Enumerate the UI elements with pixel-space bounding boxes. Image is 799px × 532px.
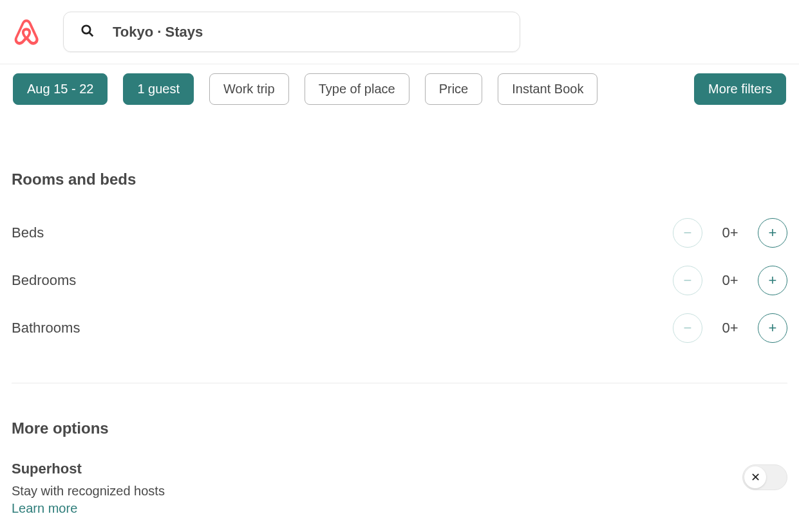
header: Tokyo · Stays	[0, 0, 799, 64]
filter-guests[interactable]: 1 guest	[123, 73, 194, 105]
minus-icon: −	[684, 272, 692, 289]
filter-row: Aug 15 - 22 1 guest Work trip Type of pl…	[0, 64, 799, 114]
x-icon: ✕	[751, 470, 760, 484]
counter-value: 0+	[720, 272, 740, 289]
counter-row-bedrooms: Bedrooms − 0+ +	[12, 257, 787, 304]
increase-bedrooms-button[interactable]: +	[758, 266, 787, 295]
rooms-and-beds-title: Rooms and beds	[12, 170, 787, 188]
plus-icon: +	[769, 225, 777, 241]
filter-more-filters[interactable]: More filters	[694, 73, 786, 105]
search-bar[interactable]: Tokyo · Stays	[63, 12, 520, 52]
counter-value: 0+	[720, 320, 740, 336]
content: Rooms and beds Beds − 0+ + Bedrooms − 0+…	[0, 170, 799, 532]
search-icon	[80, 24, 95, 41]
counter-label: Bedrooms	[12, 272, 76, 289]
airbnb-logo[interactable]	[13, 17, 40, 47]
filter-instant-book[interactable]: Instant Book	[498, 73, 597, 105]
more-options-title: More options	[12, 419, 787, 437]
counter-value: 0+	[720, 225, 740, 241]
plus-icon: +	[769, 272, 777, 289]
decrease-bathrooms-button[interactable]: −	[673, 313, 702, 343]
counter-label: Beds	[12, 225, 44, 241]
superhost-option: Superhost Stay with recognized hosts Lea…	[12, 461, 787, 516]
counter-row-bathrooms: Bathrooms − 0+ +	[12, 304, 787, 352]
search-text: Tokyo · Stays	[113, 24, 203, 41]
superhost-learn-more-link[interactable]: Learn more	[12, 501, 77, 515]
section-divider	[12, 383, 787, 383]
counter-controls: − 0+ +	[673, 313, 787, 343]
counter-controls: − 0+ +	[673, 266, 787, 295]
increase-bathrooms-button[interactable]: +	[758, 313, 787, 343]
superhost-title: Superhost	[12, 461, 165, 477]
plus-icon: +	[769, 320, 777, 336]
superhost-desc: Stay with recognized hosts	[12, 484, 165, 499]
increase-beds-button[interactable]: +	[758, 218, 787, 248]
minus-icon: −	[684, 320, 692, 336]
filter-type-of-place[interactable]: Type of place	[305, 73, 409, 105]
counter-controls: − 0+ +	[673, 218, 787, 248]
minus-icon: −	[684, 225, 692, 241]
superhost-toggle[interactable]: ✕	[742, 464, 787, 490]
superhost-text: Superhost Stay with recognized hosts Lea…	[12, 461, 165, 516]
svg-line-1	[89, 32, 93, 36]
decrease-beds-button[interactable]: −	[673, 218, 702, 248]
decrease-bedrooms-button[interactable]: −	[673, 266, 702, 295]
toggle-knob: ✕	[744, 466, 766, 488]
airbnb-logo-icon	[13, 17, 40, 47]
filter-dates[interactable]: Aug 15 - 22	[13, 73, 108, 105]
counter-label: Bathrooms	[12, 320, 80, 336]
filter-price[interactable]: Price	[425, 73, 483, 105]
filter-work-trip[interactable]: Work trip	[209, 73, 289, 105]
svg-point-0	[82, 25, 90, 33]
counter-row-beds: Beds − 0+ +	[12, 209, 787, 257]
